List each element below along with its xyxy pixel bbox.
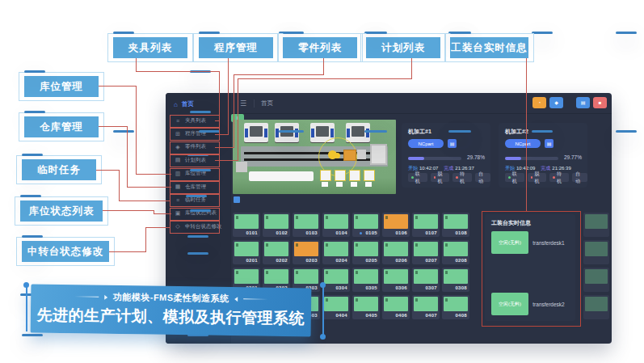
storage-tile[interactable]: 0207	[412, 240, 440, 264]
storage-tile[interactable]: 0101	[233, 213, 260, 237]
callout-box: 中转台状态修改	[22, 241, 109, 262]
annotation-box-sidebar-item	[170, 194, 220, 207]
machine-mode-button[interactable]: 待机	[452, 173, 472, 182]
program-detail-button[interactable]: ▤	[545, 139, 554, 148]
hamburger-icon[interactable]: ☰	[240, 99, 246, 108]
tile-id: 0102	[276, 230, 288, 235]
callout-dash	[113, 32, 134, 34]
storage-tile[interactable]: 0108	[442, 213, 469, 237]
pallet-icon	[356, 298, 358, 302]
callout-dash	[616, 130, 637, 133]
status-dot	[434, 176, 436, 179]
storage-tile[interactable]: 0105	[352, 213, 380, 237]
pallet-block	[444, 242, 468, 256]
progress-bar	[505, 157, 558, 160]
status-dot	[508, 176, 511, 179]
storage-tile[interactable]: 0102	[263, 213, 290, 237]
annotation-box-sidebar-item	[170, 115, 220, 128]
machine-status-buttons: 联机 脱机 待机 自动	[505, 173, 587, 182]
machine-mode-button[interactable]: 待机	[549, 173, 569, 182]
storage-tile[interactable]: 0404	[322, 295, 350, 319]
storage-tile-partial[interactable]	[583, 268, 609, 292]
machine-mode-button[interactable]: 联机	[505, 173, 524, 182]
storage-tile[interactable]: 0106	[382, 213, 410, 237]
storage-tile-partial[interactable]	[583, 213, 609, 237]
storage-tile[interactable]: 0406	[382, 295, 410, 319]
storage-tile-partial[interactable]	[583, 240, 609, 264]
pallet-icon	[445, 216, 448, 219]
settings-icon: ◔	[538, 100, 541, 105]
machine-mode-button[interactable]: 脱机	[528, 173, 547, 182]
machine-status-card: 机加工#2 NCpart ▤ 29.77% 开始10:42:09 完成21:26…	[499, 123, 587, 188]
tile-id: 0305	[365, 285, 377, 290]
topbar-action-button[interactable]: ◆	[549, 97, 563, 108]
annotation-line	[154, 213, 171, 214]
topbar-action-button[interactable]: ■	[593, 97, 607, 108]
callout-label: 临时任务	[37, 163, 81, 177]
callout-box: 临时任务	[22, 159, 96, 180]
callout-label: 仓库管理	[40, 120, 83, 134]
storage-tile[interactable]: 0203	[293, 240, 320, 264]
machine-mode-button[interactable]: 自动	[475, 173, 490, 182]
storage-tile[interactable]: 0202	[263, 240, 290, 264]
topbar-actions: ◔ ◆ ▤ ■ ▦ ▥ ↥	[529, 97, 612, 108]
annotation-line	[145, 227, 170, 228]
storage-tile[interactable]: 0208	[442, 240, 469, 264]
machine-mode-button[interactable]: 联机	[408, 173, 427, 182]
machine-mode-button[interactable]: 自动	[572, 173, 587, 182]
pallet-icon	[326, 243, 328, 247]
storage-tile[interactable]: 0206	[382, 240, 410, 264]
sidebar-home-label: 首页	[182, 100, 194, 108]
machine-program-row: NCpart ▤	[408, 139, 457, 148]
tile-id: 0307	[425, 285, 437, 290]
annotation-line	[238, 78, 238, 161]
callout-dash	[22, 334, 43, 336]
program-button[interactable]: NCpart	[408, 139, 444, 148]
cnc-machine	[346, 123, 370, 142]
file-icon: ▤	[581, 100, 586, 105]
program-detail-button[interactable]: ▤	[448, 139, 457, 148]
status-dot	[553, 176, 555, 179]
storage-tile[interactable]: 0201	[233, 240, 260, 264]
pallet-block	[294, 214, 318, 229]
pallet-block	[384, 242, 408, 256]
tile-id: 0407	[425, 313, 437, 318]
storage-tile[interactable]: 0107	[412, 213, 440, 237]
callout-dash	[24, 70, 45, 73]
callout-box: 库位管理	[24, 76, 99, 97]
storage-tile[interactable]: 0204	[322, 240, 350, 264]
legend-chip[interactable]	[234, 196, 240, 203]
pallet-icon	[445, 271, 448, 274]
pallet-block	[414, 269, 438, 284]
tile-id: 0405	[365, 313, 377, 318]
storage-tile-partial[interactable]	[583, 295, 609, 319]
storage-tile[interactable]: 0205	[352, 240, 380, 264]
mode-label: 联机	[512, 171, 521, 185]
storage-tile[interactable]: 0405	[352, 295, 380, 319]
topbar-action-button[interactable]: ▤	[576, 97, 590, 108]
machine-cards: 机加工#1 NCpart ▤ 29.78% 开始10:42:07 完成21:26…	[402, 123, 587, 188]
storage-tile[interactable]: 0407	[412, 295, 440, 319]
annotation-line	[99, 126, 127, 127]
cnc-machine	[275, 123, 299, 142]
pallet-icon	[415, 298, 418, 302]
callout-dash	[24, 111, 45, 113]
storage-tile[interactable]: 0103	[293, 213, 320, 237]
annotation-line	[109, 251, 146, 252]
annotation-line	[234, 74, 234, 148]
sidebar-item-home[interactable]: ⌂ 首页	[174, 100, 194, 108]
storage-tile[interactable]: 0408	[442, 295, 469, 319]
pallet-icon	[266, 243, 268, 247]
annotation-line	[96, 170, 119, 171]
storage-tile[interactable]: 0307	[412, 268, 440, 292]
storage-tile[interactable]: 0306	[382, 268, 410, 292]
storage-tile[interactable]: 0104	[322, 213, 350, 237]
kicker-arrow	[104, 294, 107, 299]
topbar-action-button[interactable]: ◔	[532, 97, 546, 108]
callout-dash	[20, 195, 41, 197]
storage-tile[interactable]: 0304	[322, 268, 350, 292]
machine-mode-button[interactable]: 脱机	[431, 173, 450, 182]
storage-tile[interactable]: 0308	[442, 268, 469, 292]
storage-tile[interactable]: 0305	[352, 268, 380, 292]
program-button[interactable]: NCpart	[505, 139, 541, 148]
